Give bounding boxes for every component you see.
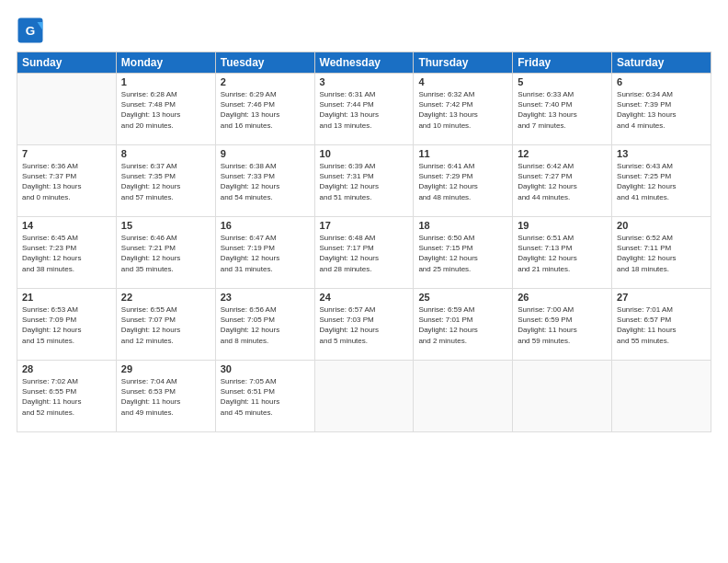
day-number: 14 — [22, 220, 111, 231]
day-number: 10 — [320, 148, 409, 159]
day-info: Sunrise: 6:41 AM Sunset: 7:29 PM Dayligh… — [418, 161, 507, 202]
day-cell: 22Sunrise: 6:55 AM Sunset: 7:07 PM Dayli… — [116, 289, 215, 361]
day-info: Sunrise: 7:05 AM Sunset: 6:51 PM Dayligh… — [221, 376, 310, 418]
day-info: Sunrise: 6:31 AM Sunset: 7:44 PM Dayligh… — [320, 89, 409, 131]
day-number: 3 — [320, 76, 409, 87]
calendar-body: 1Sunrise: 6:28 AM Sunset: 7:48 PM Daylig… — [17, 74, 711, 432]
day-cell — [414, 361, 513, 432]
day-info: Sunrise: 7:04 AM Sunset: 6:53 PM Dayligh… — [121, 376, 210, 418]
day-header-saturday: Saturday — [612, 52, 711, 74]
day-cell: 11Sunrise: 6:41 AM Sunset: 7:29 PM Dayli… — [414, 145, 513, 217]
day-info: Sunrise: 6:39 AM Sunset: 7:31 PM Dayligh… — [320, 161, 409, 202]
day-info: Sunrise: 6:42 AM Sunset: 7:27 PM Dayligh… — [518, 161, 607, 202]
day-cell: 29Sunrise: 7:04 AM Sunset: 6:53 PM Dayli… — [116, 361, 215, 432]
day-cell: 9Sunrise: 6:38 AM Sunset: 7:33 PM Daylig… — [215, 145, 314, 217]
day-cell: 21Sunrise: 6:53 AM Sunset: 7:09 PM Dayli… — [17, 289, 117, 361]
day-number: 18 — [418, 220, 507, 231]
day-number: 9 — [221, 148, 310, 159]
day-info: Sunrise: 6:43 AM Sunset: 7:25 PM Dayligh… — [617, 161, 706, 202]
day-info: Sunrise: 6:52 AM Sunset: 7:11 PM Dayligh… — [617, 233, 706, 274]
day-cell: 7Sunrise: 6:36 AM Sunset: 7:37 PM Daylig… — [17, 145, 117, 217]
day-info: Sunrise: 6:29 AM Sunset: 7:46 PM Dayligh… — [221, 89, 310, 131]
logo: G — [17, 17, 46, 44]
day-cell: 19Sunrise: 6:51 AM Sunset: 7:13 PM Dayli… — [513, 217, 612, 289]
calendar-header-row: SundayMondayTuesdayWednesdayThursdayFrid… — [17, 52, 711, 74]
day-number: 16 — [221, 220, 310, 231]
day-cell: 6Sunrise: 6:34 AM Sunset: 7:39 PM Daylig… — [612, 74, 711, 145]
day-number: 24 — [320, 292, 409, 303]
calendar-week-1: 1Sunrise: 6:28 AM Sunset: 7:48 PM Daylig… — [17, 74, 711, 145]
day-info: Sunrise: 6:38 AM Sunset: 7:33 PM Dayligh… — [221, 161, 310, 202]
day-number: 26 — [518, 292, 607, 303]
day-info: Sunrise: 6:48 AM Sunset: 7:17 PM Dayligh… — [320, 233, 409, 274]
day-info: Sunrise: 6:32 AM Sunset: 7:42 PM Dayligh… — [418, 89, 507, 131]
day-number: 13 — [617, 148, 706, 159]
day-info: Sunrise: 6:46 AM Sunset: 7:21 PM Dayligh… — [121, 233, 210, 274]
day-number: 23 — [221, 292, 310, 303]
day-cell: 5Sunrise: 6:33 AM Sunset: 7:40 PM Daylig… — [513, 74, 612, 145]
day-info: Sunrise: 6:56 AM Sunset: 7:05 PM Dayligh… — [221, 304, 310, 346]
day-header-sunday: Sunday — [17, 52, 117, 74]
day-number: 1 — [121, 76, 210, 87]
day-cell: 25Sunrise: 6:59 AM Sunset: 7:01 PM Dayli… — [414, 289, 513, 361]
day-cell: 20Sunrise: 6:52 AM Sunset: 7:11 PM Dayli… — [612, 217, 711, 289]
day-number: 22 — [121, 292, 210, 303]
day-info: Sunrise: 6:33 AM Sunset: 7:40 PM Dayligh… — [518, 89, 607, 131]
day-cell — [314, 361, 414, 432]
day-cell: 12Sunrise: 6:42 AM Sunset: 7:27 PM Dayli… — [513, 145, 612, 217]
day-cell: 1Sunrise: 6:28 AM Sunset: 7:48 PM Daylig… — [116, 74, 215, 145]
day-cell: 10Sunrise: 6:39 AM Sunset: 7:31 PM Dayli… — [314, 145, 414, 217]
day-cell: 26Sunrise: 7:00 AM Sunset: 6:59 PM Dayli… — [513, 289, 612, 361]
day-info: Sunrise: 7:02 AM Sunset: 6:55 PM Dayligh… — [22, 376, 111, 418]
day-cell: 3Sunrise: 6:31 AM Sunset: 7:44 PM Daylig… — [314, 74, 414, 145]
day-number: 11 — [418, 148, 507, 159]
day-info: Sunrise: 6:28 AM Sunset: 7:48 PM Dayligh… — [121, 89, 210, 131]
day-info: Sunrise: 6:36 AM Sunset: 7:37 PM Dayligh… — [22, 161, 111, 202]
day-info: Sunrise: 6:37 AM Sunset: 7:35 PM Dayligh… — [121, 161, 210, 202]
day-number: 6 — [617, 76, 706, 87]
day-number: 5 — [518, 76, 607, 87]
day-cell — [513, 361, 612, 432]
day-number: 29 — [121, 363, 210, 374]
day-cell: 23Sunrise: 6:56 AM Sunset: 7:05 PM Dayli… — [215, 289, 314, 361]
day-header-monday: Monday — [116, 52, 215, 74]
day-number: 15 — [121, 220, 210, 231]
day-info: Sunrise: 7:01 AM Sunset: 6:57 PM Dayligh… — [617, 304, 706, 346]
day-cell: 24Sunrise: 6:57 AM Sunset: 7:03 PM Dayli… — [314, 289, 414, 361]
day-cell: 28Sunrise: 7:02 AM Sunset: 6:55 PM Dayli… — [17, 361, 117, 432]
day-cell: 18Sunrise: 6:50 AM Sunset: 7:15 PM Dayli… — [414, 217, 513, 289]
day-cell: 4Sunrise: 6:32 AM Sunset: 7:42 PM Daylig… — [414, 74, 513, 145]
day-number: 25 — [418, 292, 507, 303]
day-number: 17 — [320, 220, 409, 231]
day-cell: 14Sunrise: 6:45 AM Sunset: 7:23 PM Dayli… — [17, 217, 117, 289]
calendar-week-5: 28Sunrise: 7:02 AM Sunset: 6:55 PM Dayli… — [17, 361, 711, 432]
day-number: 2 — [221, 76, 310, 87]
day-info: Sunrise: 6:34 AM Sunset: 7:39 PM Dayligh… — [617, 89, 706, 131]
day-cell: 15Sunrise: 6:46 AM Sunset: 7:21 PM Dayli… — [116, 217, 215, 289]
day-info: Sunrise: 6:55 AM Sunset: 7:07 PM Dayligh… — [121, 304, 210, 346]
day-number: 30 — [221, 363, 310, 374]
day-cell: 8Sunrise: 6:37 AM Sunset: 7:35 PM Daylig… — [116, 145, 215, 217]
day-cell: 16Sunrise: 6:47 AM Sunset: 7:19 PM Dayli… — [215, 217, 314, 289]
calendar-week-2: 7Sunrise: 6:36 AM Sunset: 7:37 PM Daylig… — [17, 145, 711, 217]
calendar-week-3: 14Sunrise: 6:45 AM Sunset: 7:23 PM Dayli… — [17, 217, 711, 289]
header: G — [17, 17, 711, 44]
day-cell: 13Sunrise: 6:43 AM Sunset: 7:25 PM Dayli… — [612, 145, 711, 217]
day-cell: 2Sunrise: 6:29 AM Sunset: 7:46 PM Daylig… — [215, 74, 314, 145]
day-info: Sunrise: 6:51 AM Sunset: 7:13 PM Dayligh… — [518, 233, 607, 274]
day-number: 8 — [121, 148, 210, 159]
day-info: Sunrise: 6:45 AM Sunset: 7:23 PM Dayligh… — [22, 233, 111, 274]
calendar-table: SundayMondayTuesdayWednesdayThursdayFrid… — [17, 52, 711, 432]
day-cell — [17, 74, 117, 145]
logo-icon: G — [17, 17, 44, 44]
day-number: 28 — [22, 363, 111, 374]
day-number: 19 — [518, 220, 607, 231]
day-header-wednesday: Wednesday — [314, 52, 414, 74]
svg-text:G: G — [26, 24, 36, 38]
day-info: Sunrise: 7:00 AM Sunset: 6:59 PM Dayligh… — [518, 304, 607, 346]
day-number: 27 — [617, 292, 706, 303]
day-number: 12 — [518, 148, 607, 159]
day-cell: 27Sunrise: 7:01 AM Sunset: 6:57 PM Dayli… — [612, 289, 711, 361]
day-cell — [612, 361, 711, 432]
page: G SundayMondayTuesdayWednesdayThursdayFr… — [0, 0, 728, 563]
